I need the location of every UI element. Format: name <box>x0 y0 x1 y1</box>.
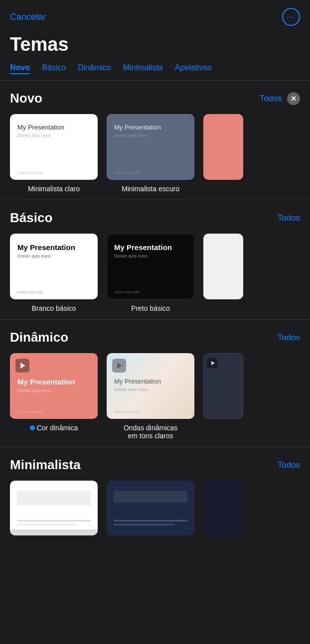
theme-card-cor-dinamica[interactable]: My Presentation Donec quis nunc Author a… <box>10 353 98 440</box>
theme-label-minimalista-escuro: Minimalista escuro <box>122 185 179 193</box>
dinamico-section-header: Dinâmico Todos <box>10 330 300 345</box>
novo-section: Novo Todos ✕ My Presentation Donec quis … <box>0 81 310 198</box>
thumb-subtitle: Donec quis nunc <box>114 133 187 138</box>
novo-section-header: Novo Todos ✕ <box>10 91 300 106</box>
theme-thumbnail-partial <box>203 114 243 180</box>
theme-card-partial-novo[interactable] <box>203 114 243 193</box>
thumb-author: Author and Date <box>17 171 43 174</box>
minimalista-thumb-partial[interactable] <box>203 481 243 535</box>
cor-dinamica-label-row: Cor dinâmica <box>30 424 78 432</box>
theme-thumbnail-dark: My Presentation Donec quis nunc Author a… <box>107 114 194 180</box>
page-title: Temas <box>0 30 310 63</box>
novo-themes-row: My Presentation Donec quis nunc Author a… <box>10 114 300 193</box>
basico-themes-row: My Presentation Donec quis nunc Author a… <box>10 234 300 312</box>
tabs-container: Novo Básico Dinâmico Minimalista Apelati… <box>0 63 310 81</box>
novo-section-title: Novo <box>10 91 42 106</box>
theme-label-minimalista-claro: Minimalista claro <box>28 185 80 193</box>
thumb-title: My Presentation <box>17 378 90 386</box>
thumb-subtitle: Donec quis nunc <box>17 133 90 138</box>
theme-thumbnail-light: My Presentation Donec quis nunc Author a… <box>10 114 98 180</box>
tab-dinamico[interactable]: Dinâmico <box>78 63 111 74</box>
dinamico-section: Dinâmico Todos My Presentation Donec qui… <box>0 320 310 445</box>
play-icon-partial <box>211 361 215 365</box>
theme-label-branco-basico: Branco básico <box>32 304 76 312</box>
theme-thumbnail-partial-dinamico <box>203 353 243 419</box>
theme-thumbnail-black-basic: My Presentation Donec quis nunc Author a… <box>107 234 194 299</box>
basico-todos-link[interactable]: Todos <box>278 213 300 223</box>
minimalista-todos-link[interactable]: Todos <box>278 460 300 470</box>
thumb-title: My Presentation <box>17 243 90 252</box>
theme-card-minimalista-escuro[interactable]: My Presentation Donec quis nunc Author a… <box>107 114 194 193</box>
minimalista-section-title: Minimalista <box>10 457 81 473</box>
theme-card-ondas-dinamicas[interactable]: My Presentation Donec quis nunc Author a… <box>107 353 194 440</box>
minimalista-section: Minimalista Todos <box>0 447 310 540</box>
theme-card-branco-basico[interactable]: My Presentation Donec quis nunc Author a… <box>10 234 98 312</box>
dinamico-todos-link[interactable]: Todos <box>278 333 300 343</box>
tab-basico[interactable]: Básico <box>42 63 66 74</box>
thumb-author: Author and Date <box>17 410 43 413</box>
more-icon: ··· <box>287 12 296 22</box>
basico-section-right: Todos <box>278 213 300 223</box>
basico-section-title: Básico <box>10 210 52 226</box>
tab-novo[interactable]: Novo <box>10 63 30 74</box>
tab-minimalista[interactable]: Minimalista <box>123 63 163 74</box>
thumb-title: My Presentation <box>17 124 90 131</box>
thumb-title: My Presentation <box>114 243 187 252</box>
dinamico-section-title: Dinâmico <box>10 330 68 345</box>
cancel-button[interactable]: Cancelar <box>10 12 46 22</box>
theme-label-cor-dinamica: Cor dinâmica <box>37 424 78 432</box>
thumb-title: My Presentation <box>114 124 187 131</box>
novo-todos-link[interactable]: Todos <box>260 94 282 104</box>
thumb-author: Author and Date <box>114 290 140 294</box>
thumb-author: Author and Date <box>114 171 140 174</box>
thumb-title: My Presentation <box>114 378 187 385</box>
theme-thumbnail-waves: My Presentation Donec quis nunc Author a… <box>107 353 194 419</box>
theme-label-ondas-dinamicas: Ondas dinâmicasem tons claros <box>124 424 177 440</box>
dot-indicator <box>30 425 35 430</box>
minimalista-thumb-white[interactable] <box>10 481 98 535</box>
theme-card-partial-dinamico[interactable] <box>203 353 243 440</box>
minimalista-section-right: Todos <box>278 460 300 470</box>
basico-section-header: Básico Todos <box>10 210 300 226</box>
top-bar: Cancelar ··· <box>0 0 310 30</box>
more-button[interactable]: ··· <box>282 8 300 26</box>
minimalista-thumb-dark-blue[interactable] <box>107 481 194 535</box>
theme-card-partial-basico[interactable] <box>203 234 243 312</box>
thumb-author: Author and Date <box>114 410 140 413</box>
basico-section: Básico Todos My Presentation Donec quis … <box>0 200 310 317</box>
play-icon-container-partial <box>207 358 218 369</box>
thumb-subtitle: Donec quis nunc <box>17 254 90 258</box>
thumb-subtitle: Donec quis nunc <box>114 254 187 258</box>
novo-section-right: Todos ✕ <box>260 92 300 105</box>
theme-thumbnail-white-basic: My Presentation Donec quis nunc Author a… <box>10 234 98 299</box>
theme-thumbnail-pink: My Presentation Donec quis nunc Author a… <box>10 353 98 419</box>
thumb-subtitle: Donec quis nunc <box>114 387 187 392</box>
thumb-subtitle: Donec quis nunc <box>17 388 90 393</box>
dinamico-themes-row: My Presentation Donec quis nunc Author a… <box>10 353 300 440</box>
theme-label-preto-basico: Preto básico <box>131 304 170 312</box>
dinamico-section-right: Todos <box>278 333 300 343</box>
minimalista-section-header: Minimalista Todos <box>10 457 300 473</box>
tab-apelativos[interactable]: Apelativos <box>175 63 212 74</box>
theme-card-preto-basico[interactable]: My Presentation Donec quis nunc Author a… <box>107 234 194 312</box>
thumb-author: Author and Date <box>17 290 43 294</box>
theme-thumbnail-partial-basico <box>203 234 243 299</box>
novo-close-badge[interactable]: ✕ <box>287 92 300 105</box>
close-icon: ✕ <box>291 95 297 103</box>
theme-card-minimalista-claro[interactable]: My Presentation Donec quis nunc Author a… <box>10 114 98 193</box>
minimalista-thumbnails <box>10 481 300 535</box>
